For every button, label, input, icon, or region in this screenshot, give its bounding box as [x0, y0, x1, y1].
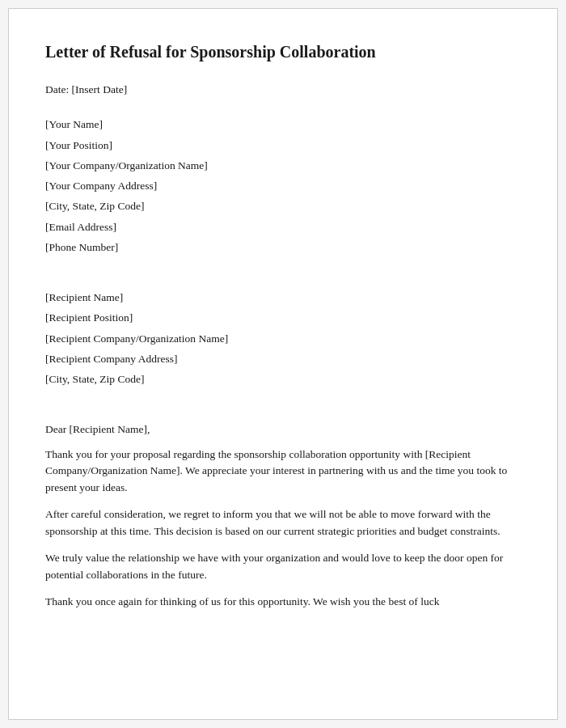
document-title: Letter of Refusal for Sponsorship Collab…	[45, 41, 521, 62]
sender-city: [City, State, Zip Code]	[45, 198, 521, 214]
body-paragraph-1: Thank you for your proposal regarding th…	[45, 447, 521, 497]
recipient-company: [Recipient Company/Organization Name]	[45, 331, 521, 347]
recipient-block: [Recipient Name] [Recipient Position] [R…	[45, 290, 521, 387]
recipient-address: [Recipient Company Address]	[45, 351, 521, 367]
recipient-city: [City, State, Zip Code]	[45, 371, 521, 387]
body-paragraph-3: We truly value the relationship we have …	[45, 550, 521, 584]
sender-company: [Your Company/Organization Name]	[45, 158, 521, 174]
salutation: Dear [Recipient Name],	[45, 421, 521, 438]
body-paragraph-2: After careful consideration, we regret t…	[45, 506, 521, 540]
recipient-name: [Recipient Name]	[45, 290, 521, 306]
document: Letter of Refusal for Sponsorship Collab…	[8, 8, 558, 720]
sender-date: Date: [Insert Date]	[45, 82, 521, 98]
sender-address: [Your Company Address]	[45, 178, 521, 194]
spacer-4	[45, 392, 521, 407]
sender-block: Date: [Insert Date] [Your Name] [Your Po…	[45, 82, 521, 256]
sender-name: [Your Name]	[45, 116, 521, 133]
page-container: Letter of Refusal for Sponsorship Collab…	[0, 0, 566, 728]
sender-phone: [Phone Number]	[45, 239, 521, 256]
spacer-2	[45, 260, 521, 275]
recipient-position: [Recipient Position]	[45, 310, 521, 326]
spacer-5	[45, 407, 521, 421]
sender-position: [Your Position]	[45, 138, 521, 154]
spacer-3	[45, 275, 521, 290]
sender-email: [Email Address]	[45, 219, 521, 235]
spacer-1	[45, 102, 521, 116]
body-paragraph-4: Thank you once again for thinking of us …	[45, 594, 521, 611]
